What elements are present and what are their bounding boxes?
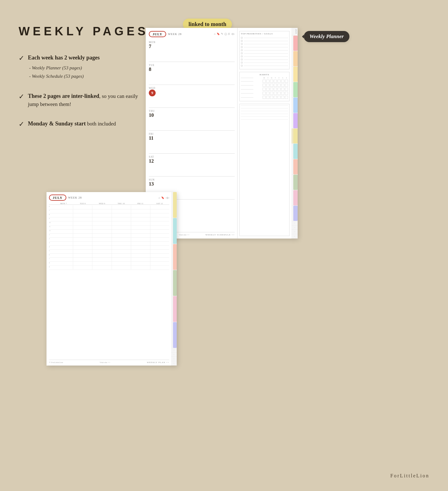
sched-cell-5-tue[interactable] xyxy=(73,250,92,253)
sched-cell-9-fri[interactable] xyxy=(131,266,150,270)
habit-box-4-1[interactable] xyxy=(266,96,269,99)
month-tab-sep[interactable]: SEP xyxy=(291,159,298,175)
bookmark-icon[interactable]: 🔖 xyxy=(217,33,220,36)
sched-cell-12-fri[interactable] xyxy=(131,230,150,233)
sched-cell-8-wed[interactable] xyxy=(92,262,112,265)
sched-cell-3-wed[interactable] xyxy=(92,242,112,245)
sched-cell-3-fri[interactable] xyxy=(131,242,150,245)
habit-box-2-6[interactable] xyxy=(285,88,288,91)
habit-box-4-3[interactable] xyxy=(274,96,277,99)
sched-cell-8-mon[interactable] xyxy=(54,262,73,265)
month-tab-feb[interactable]: FEB xyxy=(291,51,298,67)
sched-month-tab-sep[interactable]: SEP xyxy=(171,244,177,270)
sched-cell-3-mon[interactable] xyxy=(54,242,73,245)
habit-box-2-1[interactable] xyxy=(266,88,269,91)
sched-cell-6-fri[interactable] xyxy=(131,205,150,209)
sched-cell-8-thu[interactable] xyxy=(112,262,131,265)
habit-box-4-0[interactable] xyxy=(263,96,266,99)
nav-icon[interactable]: ◁▷ xyxy=(231,33,235,36)
habit-box-1-6[interactable] xyxy=(285,84,288,87)
sched-cell-9-wed[interactable] xyxy=(92,266,112,270)
sched-cell-10-sat[interactable] xyxy=(150,221,169,225)
habit-box-1-3[interactable] xyxy=(274,84,277,87)
sched-cell-11-thu[interactable] xyxy=(112,226,131,229)
sched-month-tab-oct[interactable]: OCT xyxy=(171,270,177,296)
sched-cell-6-sat[interactable] xyxy=(150,205,169,209)
sched-cell-1-sat[interactable] xyxy=(150,234,169,237)
sched-cell-11-mon[interactable] xyxy=(54,226,73,229)
sched-month-tab-jul[interactable]: JUL xyxy=(171,192,177,218)
sched-cell-5-mon[interactable] xyxy=(54,250,73,253)
sched-cell-7-fri[interactable] xyxy=(131,258,150,261)
habit-box-1-2[interactable] xyxy=(270,84,273,87)
week-tab-1[interactable]: ~ xyxy=(291,226,298,230)
sched-cell-4-thu[interactable] xyxy=(112,246,131,249)
month-tab-oct[interactable]: OCT xyxy=(291,175,298,190)
sched-cell-11-fri[interactable] xyxy=(131,226,150,229)
sched-cell-9-thu[interactable] xyxy=(112,266,131,270)
planner-footer-schedule-link[interactable]: WEEKLY SCHEDULE >> xyxy=(205,234,235,236)
sched-cell-12-sat[interactable] xyxy=(150,230,169,233)
habit-box-2-2[interactable] xyxy=(270,88,273,91)
month-tab-jan[interactable]: JAN xyxy=(291,36,298,51)
sched-cell-6-tue[interactable] xyxy=(73,205,92,209)
month-tab-mar[interactable]: MAR xyxy=(291,67,298,82)
sched-cell-10-mon[interactable] xyxy=(54,221,73,225)
habit-box-4-2[interactable] xyxy=(270,96,273,99)
day-number-9[interactable]: 9 xyxy=(149,90,156,96)
habit-box-0-3[interactable] xyxy=(274,80,277,83)
sched-cell-8-tue[interactable] xyxy=(73,262,92,265)
sched-cell-4-fri[interactable] xyxy=(131,246,150,249)
sched-cell-10-fri[interactable] xyxy=(131,221,150,225)
sched-cell-4-tue[interactable] xyxy=(73,246,92,249)
sched-cell-6-wed[interactable] xyxy=(92,254,112,257)
sched-cell-4-sat[interactable] xyxy=(150,246,169,249)
sched-cell-2-fri[interactable] xyxy=(131,238,150,241)
week-tab-3[interactable]: + xyxy=(291,234,298,239)
sched-cell-12-wed[interactable] xyxy=(92,230,112,233)
sched-week-tab-0[interactable]: ~ xyxy=(171,348,177,353)
sched-cell-7-thu[interactable] xyxy=(112,209,131,213)
print-icon[interactable]: ⎙ xyxy=(228,33,230,36)
sched-month-tab-aug[interactable]: AUG xyxy=(171,218,177,244)
sched-cell-8-sat[interactable] xyxy=(150,262,169,265)
sched-cell-8-tue[interactable] xyxy=(73,213,92,217)
sched-month-tab-dec[interactable]: DEC xyxy=(171,322,177,348)
sched-week-tab-1[interactable]: ~ xyxy=(171,353,177,357)
sched-cell-1-tue[interactable] xyxy=(73,234,92,237)
month-tab-aug[interactable]: AUG xyxy=(291,144,298,159)
sched-cell-10-thu[interactable] xyxy=(112,221,131,225)
sched-cell-11-wed[interactable] xyxy=(92,226,112,229)
sched-cell-5-sat[interactable] xyxy=(150,250,169,253)
sched-cell-1-fri[interactable] xyxy=(131,234,150,237)
edit-icon[interactable]: ✎ xyxy=(221,33,223,36)
habit-box-1-5[interactable] xyxy=(281,84,284,87)
day-number-7[interactable]: 7 xyxy=(149,44,235,49)
sched-cell-5-thu[interactable] xyxy=(112,250,131,253)
day-number-8[interactable]: 8 xyxy=(149,67,235,72)
habit-box-2-3[interactable] xyxy=(274,88,277,91)
sched-cell-12-mon[interactable] xyxy=(54,230,73,233)
day-number-10[interactable]: 10 xyxy=(149,112,235,118)
home-icon[interactable]: ⌂ xyxy=(214,33,215,36)
sched-cell-7-sat[interactable] xyxy=(150,258,169,261)
sched-cell-7-sat[interactable] xyxy=(150,209,169,213)
sched-cell-7-mon[interactable] xyxy=(54,209,73,213)
sched-cell-2-sat[interactable] xyxy=(150,238,169,241)
sched-cell-8-wed[interactable] xyxy=(92,213,112,217)
habit-box-0-5[interactable] xyxy=(281,80,284,83)
day-number-13[interactable]: 13 xyxy=(149,181,235,187)
habit-box-0-6[interactable] xyxy=(285,80,288,83)
month-tab-jun[interactable]: JUN xyxy=(291,113,298,129)
sched-nav-icon[interactable]: ◁▷ xyxy=(166,196,169,199)
sched-cell-9-tue[interactable] xyxy=(73,266,92,270)
sched-cell-7-thu[interactable] xyxy=(112,258,131,261)
sched-cell-6-thu[interactable] xyxy=(112,254,131,257)
sched-cell-4-wed[interactable] xyxy=(92,246,112,249)
sched-cell-9-mon[interactable] xyxy=(54,217,73,221)
sched-cell-1-thu[interactable] xyxy=(112,234,131,237)
planner-month[interactable]: JULY xyxy=(149,31,166,37)
sched-cell-9-sat[interactable] xyxy=(150,217,169,221)
sched-cell-9-sat[interactable] xyxy=(150,266,169,270)
sched-cell-5-fri[interactable] xyxy=(131,250,150,253)
